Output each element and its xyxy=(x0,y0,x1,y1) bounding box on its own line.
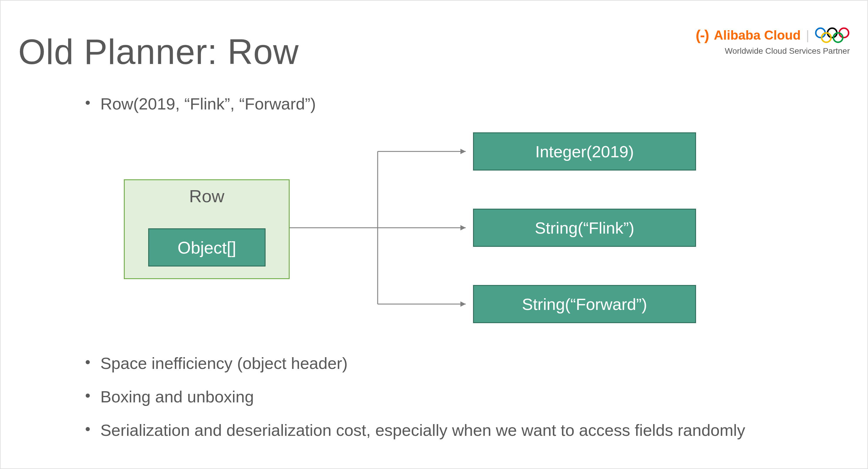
logo-tagline: Worldwide Cloud Services Partner xyxy=(696,46,850,56)
value-box-integer: Integer(2019) xyxy=(473,132,696,170)
alibaba-brand-name: Alibaba Cloud xyxy=(714,29,801,42)
slide-container: Old Planner: Row (‑) Alibaba Cloud | Wor… xyxy=(0,0,868,469)
alibaba-logo-icon: (‑) xyxy=(696,28,709,42)
logo-area: (‑) Alibaba Cloud | Worldwide Cloud Serv… xyxy=(696,27,850,56)
logo-row: (‑) Alibaba Cloud | xyxy=(696,27,850,43)
row-container-box: Row Object[] xyxy=(124,179,290,279)
object-array-box: Object[] xyxy=(148,228,266,267)
bullet-boxing: Boxing and unboxing xyxy=(86,384,832,409)
svg-marker-10 xyxy=(460,225,466,230)
logo-separator: | xyxy=(806,29,809,42)
top-bullet-list: Row(2019, “Flink”, “Forward”) xyxy=(86,92,832,116)
bullet-serialization: Serialization and deserialization cost, … xyxy=(86,418,832,443)
olympic-rings-icon xyxy=(815,27,850,43)
bullet-space: Space inefficiency (object header) xyxy=(86,351,832,376)
svg-marker-12 xyxy=(460,302,466,307)
value-box-string-forward: String(“Forward”) xyxy=(473,285,696,323)
svg-marker-8 xyxy=(460,149,466,154)
bullet-top: Row(2019, “Flink”, “Forward”) xyxy=(86,92,832,116)
bottom-bullet-list: Space inefficiency (object header) Boxin… xyxy=(86,351,832,443)
diagram: Row Object[] Integer(2019) String(“Flink xyxy=(86,128,832,339)
row-label: Row xyxy=(125,186,289,206)
connector-lines xyxy=(290,128,495,339)
content-area: Row(2019, “Flink”, “Forward”) Row Object… xyxy=(86,92,832,451)
slide-title: Old Planner: Row xyxy=(18,31,299,72)
value-box-string-flink: String(“Flink”) xyxy=(473,209,696,247)
